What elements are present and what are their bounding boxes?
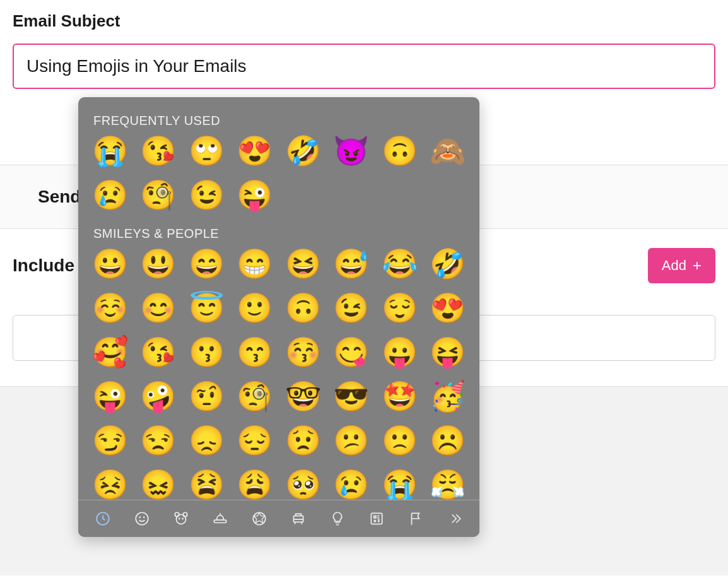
tab-symbols-icon[interactable] <box>367 509 386 528</box>
emoji-option[interactable]: 🙃 <box>286 292 319 324</box>
emoji-option[interactable]: 🙄 <box>190 134 223 167</box>
emoji-option[interactable]: 🤣 <box>432 247 464 280</box>
emoji-option[interactable]: 😜 <box>238 179 271 211</box>
emoji-option[interactable]: 🤣 <box>286 134 319 167</box>
emoji-option[interactable]: 😟 <box>286 424 319 457</box>
tab-flags-icon[interactable] <box>406 509 425 528</box>
include-label: Include <box>13 256 74 276</box>
emoji-option[interactable]: 😫 <box>190 468 223 500</box>
emoji-option[interactable]: 😢 <box>335 468 368 500</box>
emoji-option[interactable]: 😎 <box>335 380 368 413</box>
svg-point-3 <box>144 517 144 517</box>
emoji-option[interactable]: 😖 <box>142 468 175 500</box>
emoji-section-heading: FREQUENTLY USED <box>93 114 464 128</box>
emoji-option[interactable]: 😢 <box>93 179 126 211</box>
svg-rect-11 <box>371 513 382 524</box>
emoji-grid: 😭😘🙄😍🤣😈🙃🙈😢🧐😉😜 <box>93 134 464 211</box>
emoji-option[interactable]: 😜 <box>93 380 126 413</box>
tab-animals-icon[interactable] <box>172 509 191 528</box>
emoji-section-heading: SMILEYS & PEOPLE <box>93 227 464 241</box>
emoji-option[interactable]: 😅 <box>335 247 368 280</box>
emoji-option[interactable]: 😕 <box>335 424 368 457</box>
emoji-option[interactable]: 😍 <box>432 292 464 324</box>
emoji-option[interactable]: 😞 <box>190 424 223 457</box>
emoji-option[interactable]: ☺️ <box>93 292 126 324</box>
svg-point-2 <box>139 517 140 517</box>
send-label: Send <box>38 187 81 206</box>
emoji-grid: 😀😃😄😁😆😅😂🤣☺️😊😇🙂🙃😉😌😍🥰😘😗😙😚😋😛😝😜🤪🤨🧐🤓😎🤩🥳😏😒😞😔😟😕🙁… <box>93 247 464 500</box>
emoji-option[interactable]: 😒 <box>142 424 175 457</box>
emoji-option[interactable]: 😭 <box>93 134 126 167</box>
emoji-option[interactable]: 😁 <box>238 247 271 280</box>
emoji-option[interactable]: 🙁 <box>383 424 416 457</box>
emoji-option[interactable]: 🤨 <box>190 380 223 413</box>
add-button-label: Add <box>662 257 686 274</box>
emoji-option[interactable]: 😣 <box>93 468 126 500</box>
emoji-option[interactable]: 😆 <box>286 247 319 280</box>
emoji-option[interactable]: 😤 <box>432 468 464 500</box>
emoji-option[interactable]: 😩 <box>238 468 271 500</box>
emoji-option[interactable]: 😭 <box>383 468 416 500</box>
emoji-option[interactable]: 😋 <box>335 336 368 368</box>
emoji-option[interactable]: 😝 <box>432 336 464 368</box>
tab-food-icon[interactable] <box>211 509 230 528</box>
emoji-option[interactable]: 😗 <box>190 336 223 368</box>
emoji-option[interactable]: 🤓 <box>286 380 319 413</box>
emoji-option[interactable]: 😊 <box>142 292 175 324</box>
emoji-picker: FREQUENTLY USED😭😘🙄😍🤣😈🙃🙈😢🧐😉😜SMILEYS & PEO… <box>78 97 479 537</box>
emoji-option[interactable]: 😀 <box>93 247 126 280</box>
tab-activity-icon[interactable] <box>250 509 269 528</box>
svg-point-1 <box>136 512 148 525</box>
emoji-option[interactable]: 😌 <box>383 292 416 324</box>
emoji-option[interactable]: 🥺 <box>286 468 319 500</box>
svg-point-7 <box>179 518 180 519</box>
emoji-option[interactable]: 😈 <box>335 134 368 167</box>
plus-icon: + <box>693 257 702 274</box>
emoji-option[interactable]: 🙈 <box>432 134 464 167</box>
emoji-option[interactable]: 😂 <box>383 247 416 280</box>
add-button[interactable]: Add + <box>648 248 715 283</box>
email-subject-label: Email Subject <box>13 11 715 31</box>
emoji-option[interactable]: 🧐 <box>238 380 271 413</box>
emoji-option[interactable]: 🥰 <box>93 336 126 368</box>
email-subject-input[interactable] <box>13 44 715 89</box>
emoji-option[interactable]: 🤪 <box>142 380 175 413</box>
tab-recent-icon[interactable] <box>93 509 112 528</box>
emoji-option[interactable]: 😍 <box>238 134 271 167</box>
svg-point-8 <box>182 518 183 519</box>
emoji-option[interactable]: 😄 <box>190 247 223 280</box>
emoji-option[interactable]: 🙃 <box>383 134 416 167</box>
emoji-option[interactable]: 😙 <box>238 336 271 368</box>
emoji-picker-scroll[interactable]: FREQUENTLY USED😭😘🙄😍🤣😈🙃🙈😢🧐😉😜SMILEYS & PEO… <box>78 97 479 500</box>
tab-smileys-icon[interactable] <box>132 509 151 528</box>
emoji-option[interactable]: 😉 <box>335 292 368 324</box>
emoji-option[interactable]: 😚 <box>286 336 319 368</box>
emoji-option[interactable]: 🧐 <box>142 179 175 211</box>
emoji-option[interactable]: 😘 <box>142 134 175 167</box>
emoji-option[interactable]: 😛 <box>383 336 416 368</box>
emoji-option[interactable]: 😇 <box>190 292 223 324</box>
emoji-option[interactable]: 😏 <box>93 424 126 457</box>
emoji-option[interactable]: ☹️ <box>432 424 464 457</box>
emoji-option[interactable]: 🤩 <box>383 380 416 413</box>
tab-more-icon[interactable] <box>445 509 464 528</box>
emoji-option[interactable]: 😃 <box>142 247 175 280</box>
svg-point-9 <box>253 512 266 525</box>
emoji-option[interactable]: 🥳 <box>432 380 464 413</box>
emoji-option[interactable]: 😔 <box>238 424 271 457</box>
emoji-category-tabs <box>78 500 479 537</box>
emoji-option[interactable]: 😉 <box>190 179 223 211</box>
tab-objects-icon[interactable] <box>328 509 347 528</box>
emoji-option[interactable]: 😘 <box>142 336 175 368</box>
emoji-option[interactable]: 🙂 <box>238 292 271 324</box>
tab-travel-icon[interactable] <box>289 509 308 528</box>
